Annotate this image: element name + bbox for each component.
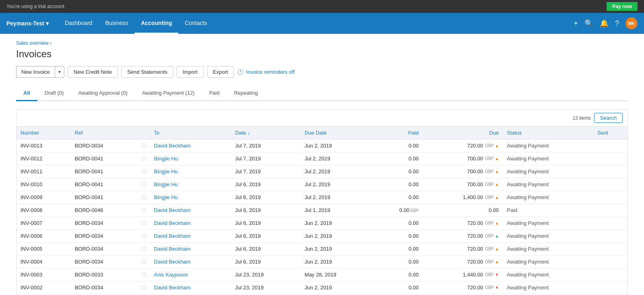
cell-to[interactable]: Bingjie Hu: [150, 165, 231, 178]
cell-checkbox[interactable]: ☐: [137, 256, 150, 268]
table-row: INV-0011 BORD-0041 ☐ Bingjie Hu Jul 7, 2…: [17, 165, 627, 178]
tab-awaiting-approval[interactable]: Awaiting Approval (0): [71, 86, 135, 101]
cell-to[interactable]: Bingjie Hu: [150, 178, 231, 191]
cell-due: 720.00GBP ▲: [423, 217, 503, 230]
overdue-icon: ▲: [495, 260, 499, 264]
cell-checkbox[interactable]: ☐: [137, 191, 150, 204]
cell-checkbox[interactable]: ☐: [137, 281, 150, 294]
col-date[interactable]: Date ↓: [231, 127, 301, 139]
due-currency: GBP: [485, 182, 493, 187]
search-icon[interactable]: 🔍: [584, 19, 593, 28]
cell-checkbox[interactable]: ☐: [137, 139, 150, 152]
cell-date: Jul 7, 2019: [231, 139, 301, 152]
tab-draft[interactable]: Draft (0): [37, 86, 71, 101]
tab-awaiting-payment[interactable]: Awaiting Payment (12): [135, 86, 202, 101]
cell-paid: 0.00: [373, 256, 423, 268]
contact-link[interactable]: David Beckham: [154, 259, 191, 265]
col-number[interactable]: Number: [17, 127, 71, 139]
plus-icon[interactable]: +: [574, 19, 578, 28]
pay-now-button[interactable]: Pay now: [607, 2, 638, 11]
cell-due: 1,440.00GBP ▼: [423, 268, 503, 281]
cell-to[interactable]: David Beckham: [150, 256, 231, 268]
new-credit-note-button[interactable]: New Credit Note: [68, 66, 118, 78]
bell-icon[interactable]: 🔔: [600, 19, 609, 28]
cell-due-date: Jun 2, 2019: [301, 230, 373, 243]
table-row: INV-0010 BORD-0041 ☐ Bingjie Hu Jul 6, 2…: [17, 178, 627, 191]
contact-link[interactable]: David Beckham: [154, 285, 191, 291]
due-currency: GBP: [485, 195, 493, 199]
import-button[interactable]: Import: [177, 66, 204, 78]
contact-link[interactable]: David Beckham: [154, 207, 191, 213]
cell-date: Jul 6, 2019: [231, 230, 301, 243]
help-icon[interactable]: ?: [615, 19, 619, 28]
cell-checkbox[interactable]: ☐: [137, 243, 150, 256]
due-currency: GBP: [485, 260, 493, 264]
col-paid[interactable]: Paid: [373, 127, 423, 139]
col-sent[interactable]: Sent: [593, 127, 627, 139]
col-due-date[interactable]: Due Date: [301, 127, 373, 139]
cell-to[interactable]: David Beckham: [150, 139, 231, 152]
cell-to[interactable]: Anis Kaypooor: [150, 268, 231, 281]
cell-sent: [593, 139, 627, 152]
cell-checkbox[interactable]: ☐: [137, 204, 150, 217]
cell-sent: [593, 281, 627, 294]
cell-to[interactable]: David Beckham: [150, 230, 231, 243]
cell-date: Jul 7, 2019: [231, 165, 301, 178]
tab-repeating[interactable]: Repeating: [227, 86, 265, 101]
cell-to[interactable]: David Beckham: [150, 243, 231, 256]
contact-link[interactable]: David Beckham: [154, 246, 191, 252]
overdue-icon: ▲: [495, 182, 499, 187]
top-bar: You're using a trial account. Pay now: [0, 0, 644, 13]
contact-link[interactable]: David Beckham: [154, 220, 191, 226]
contact-link[interactable]: Anis Kaypooor: [154, 272, 188, 278]
cell-to[interactable]: David Beckham: [150, 217, 231, 230]
contact-link[interactable]: Bingjie Hu: [154, 194, 178, 200]
col-due[interactable]: Due: [423, 127, 503, 139]
col-to[interactable]: To: [150, 127, 231, 139]
contact-link[interactable]: Bingjie Hu: [154, 168, 178, 175]
tab-paid[interactable]: Paid: [202, 86, 227, 101]
cell-status: Awaiting Payment: [503, 178, 593, 191]
cell-date: Jul 6, 2019: [231, 178, 301, 191]
col-ref[interactable]: Ref: [71, 127, 137, 139]
invoice-reminders-button[interactable]: 🕐 Invoice reminders off: [237, 69, 294, 75]
contact-link[interactable]: Bingjie Hu: [154, 181, 178, 187]
cell-sent: [593, 191, 627, 204]
cell-status: Awaiting Payment: [503, 152, 593, 165]
cell-checkbox[interactable]: ☐: [137, 165, 150, 178]
contact-link[interactable]: Bingjie Hu: [154, 156, 178, 162]
cell-due: 720.00GBP ▲: [423, 243, 503, 256]
tab-all[interactable]: All: [16, 86, 37, 101]
table-row: INV-0002 BORD-0034 ☐ David Beckham Jul 2…: [17, 281, 627, 294]
contact-link[interactable]: David Beckham: [154, 143, 191, 149]
nav-dashboard[interactable]: Dashboard: [58, 13, 99, 34]
cell-to[interactable]: David Beckham: [150, 204, 231, 217]
send-statements-button[interactable]: Send Statements: [121, 66, 173, 78]
cell-to[interactable]: Bingjie Hu: [150, 191, 231, 204]
cell-checkbox[interactable]: ☐: [137, 268, 150, 281]
cell-checkbox[interactable]: ☐: [137, 230, 150, 243]
avatar[interactable]: MK: [625, 17, 638, 29]
export-button[interactable]: Export: [207, 66, 234, 78]
cell-paid: 0.00: [373, 139, 423, 152]
cell-checkbox[interactable]: ☐: [137, 152, 150, 165]
org-name[interactable]: Peymans-Test ▾: [6, 20, 49, 27]
cell-checkbox[interactable]: ☐: [137, 178, 150, 191]
new-invoice-button[interactable]: New Invoice: [16, 66, 55, 78]
nav-business[interactable]: Business: [99, 13, 134, 34]
contact-link[interactable]: David Beckham: [154, 233, 191, 239]
cell-sent: [593, 230, 627, 243]
cell-sent: [593, 243, 627, 256]
new-invoice-dropdown-button[interactable]: ▾: [55, 66, 64, 78]
cell-to[interactable]: Bingjie Hu: [150, 152, 231, 165]
search-button[interactable]: Search: [594, 113, 623, 123]
nav-contacts[interactable]: Contacts: [178, 13, 213, 34]
cell-checkbox[interactable]: ☐: [137, 217, 150, 230]
cell-to[interactable]: David Beckham: [150, 281, 231, 294]
cell-sent: [593, 178, 627, 191]
nav-accounting[interactable]: Accounting: [134, 13, 178, 34]
breadcrumb[interactable]: Sales overview ›: [16, 40, 628, 46]
cell-date: Jul 6, 2019: [231, 217, 301, 230]
col-status[interactable]: Status: [503, 127, 593, 139]
cell-ref: BORD-0041: [71, 165, 137, 178]
